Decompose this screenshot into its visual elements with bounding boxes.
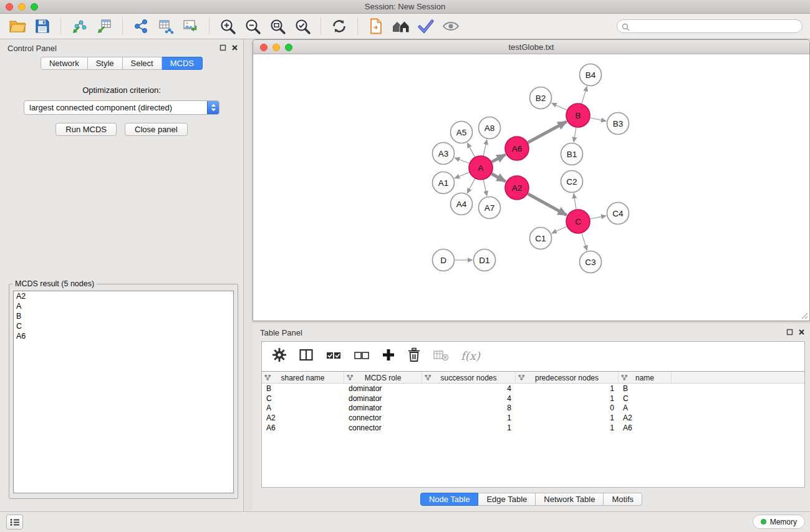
optimization-criterion-select[interactable]: largest connected component (directed) — [24, 100, 219, 115]
table-cell[interactable]: 1 — [516, 423, 619, 432]
network-node-A3[interactable]: A3 — [433, 143, 455, 165]
search-input[interactable] — [617, 19, 803, 33]
memory-button[interactable]: Memory — [753, 515, 805, 529]
close-window-button[interactable] — [6, 3, 13, 11]
select-all-button[interactable] — [325, 347, 342, 365]
network-node-B[interactable]: B — [566, 104, 590, 127]
table-cell[interactable]: dominator — [344, 404, 422, 412]
close-panel-icon[interactable] — [798, 329, 805, 336]
mcds-result-item[interactable]: A2 — [14, 291, 233, 301]
open-network-file-button[interactable] — [364, 15, 388, 37]
table-row[interactable]: A2connector11A2 — [262, 413, 804, 423]
network-node-A4[interactable]: A4 — [451, 193, 473, 215]
network-edge-C-C3[interactable] — [582, 233, 587, 250]
network-window-titlebar[interactable]: testGlobe.txt — [253, 40, 809, 54]
tab-network[interactable]: Network — [41, 57, 88, 70]
tab-select[interactable]: Select — [123, 57, 162, 70]
resize-grip[interactable] — [800, 311, 808, 319]
network-edge-B-B2[interactable] — [552, 103, 567, 110]
network-node-D1[interactable]: D1 — [474, 249, 496, 271]
network-canvas[interactable]: B4B2BB3A5A8A6A3B1AC2A1A2A4A7C4CC1DD1C3 — [253, 54, 809, 321]
network-edge-A-A7[interactable] — [483, 180, 487, 196]
column-header-predecessor-nodes[interactable]: predecessor nodes — [516, 372, 619, 384]
network-node-A2[interactable]: A2 — [505, 176, 529, 200]
table-cell[interactable]: B — [619, 384, 672, 393]
network-node-A8[interactable]: A8 — [479, 117, 501, 139]
float-panel-icon[interactable] — [786, 329, 793, 336]
minimize-window-button[interactable] — [272, 44, 280, 51]
import-network-button[interactable] — [67, 15, 92, 37]
network-node-B1[interactable]: B1 — [561, 143, 583, 165]
tab-motifs[interactable]: Motifs — [604, 493, 642, 506]
table-cell[interactable]: connector — [344, 423, 422, 432]
table-cell[interactable]: A6 — [619, 423, 672, 432]
mcds-result-item[interactable]: B — [14, 311, 233, 321]
network-edge-A-A2[interactable] — [492, 174, 506, 181]
network-node-A7[interactable]: A7 — [479, 197, 501, 219]
table-cell[interactable]: 4 — [422, 394, 516, 403]
tab-mcds[interactable]: MCDS — [162, 57, 203, 70]
float-panel-icon[interactable] — [219, 44, 226, 51]
table-cell[interactable]: A — [619, 404, 672, 412]
close-panel-icon[interactable] — [231, 44, 238, 51]
run-mcds-button[interactable]: Run MCDS — [55, 123, 117, 136]
network-node-A6[interactable]: A6 — [505, 137, 529, 160]
clear-table-button[interactable] — [433, 348, 449, 364]
delete-column-button[interactable] — [407, 347, 421, 365]
network-edge-C-C1[interactable] — [552, 226, 567, 233]
network-node-B2[interactable]: B2 — [530, 87, 552, 109]
network-edge-B-B1[interactable] — [574, 128, 576, 142]
table-row[interactable]: Cdominator41C — [262, 394, 804, 404]
import-table-button[interactable] — [92, 15, 117, 37]
zoom-fit-button[interactable] — [265, 15, 290, 37]
table-settings-button[interactable] — [272, 347, 287, 365]
tab-node-table[interactable]: Node Table — [420, 493, 479, 506]
table-cell[interactable]: 1 — [422, 423, 516, 432]
table-cell[interactable]: A — [262, 404, 344, 412]
show-graphics-details-button[interactable] — [438, 15, 463, 37]
network-edge-B-B4[interactable] — [582, 87, 587, 104]
show-panels-button[interactable] — [6, 515, 23, 530]
network-edge-A-A6[interactable] — [492, 155, 506, 162]
column-header-mcds-role[interactable]: MCDS role — [344, 372, 422, 384]
table-row[interactable]: A6connector11A6 — [262, 423, 804, 433]
table-cell[interactable]: 1 — [422, 414, 516, 422]
table-row[interactable]: Adominator80A — [262, 404, 804, 414]
table-cell[interactable]: A2 — [619, 414, 672, 422]
table-cell[interactable]: A2 — [262, 414, 344, 422]
network-edge-A-A1[interactable] — [455, 172, 469, 178]
network-edge-B-B3[interactable] — [591, 118, 606, 121]
network-edge-A-A3[interactable] — [455, 158, 469, 163]
create-column-button[interactable] — [382, 348, 395, 364]
column-header-shared-name[interactable]: shared name — [262, 372, 344, 384]
mcds-result-item[interactable]: A — [14, 301, 233, 311]
table-cell[interactable]: connector — [344, 414, 422, 422]
network-node-C2[interactable]: C2 — [561, 171, 583, 193]
open-session-button[interactable] — [5, 15, 30, 37]
network-node-A[interactable]: A — [469, 156, 493, 180]
column-header-successor-nodes[interactable]: successor nodes — [422, 372, 516, 384]
zoom-window-button[interactable] — [31, 3, 38, 11]
network-node-B3[interactable]: B3 — [607, 113, 629, 135]
table-cell[interactable]: A6 — [262, 423, 344, 432]
save-session-button[interactable] — [30, 15, 55, 37]
zoom-selected-button[interactable] — [290, 15, 315, 37]
table-cell[interactable]: C — [262, 394, 344, 403]
table-cell[interactable]: 1 — [516, 414, 619, 422]
zoom-in-button[interactable] — [215, 15, 240, 37]
close-window-button[interactable] — [260, 44, 268, 51]
network-node-D[interactable]: D — [433, 249, 455, 271]
mcds-result-list[interactable]: A2ABCA6 — [13, 291, 234, 493]
mcds-result-item[interactable]: C — [14, 321, 233, 331]
table-cell[interactable]: 1 — [516, 384, 619, 393]
table-cell[interactable]: 4 — [422, 384, 516, 393]
table-cell[interactable]: 0 — [516, 404, 619, 412]
network-edge-A6-B[interactable] — [528, 122, 567, 143]
zoom-out-button[interactable] — [240, 15, 265, 37]
deselect-all-button[interactable] — [354, 347, 370, 365]
network-node-C[interactable]: C — [566, 210, 590, 233]
network-node-C4[interactable]: C4 — [607, 203, 629, 225]
zoom-window-button[interactable] — [285, 44, 292, 51]
new-table-button[interactable] — [153, 15, 178, 37]
network-edge-A-A5[interactable] — [467, 143, 475, 157]
